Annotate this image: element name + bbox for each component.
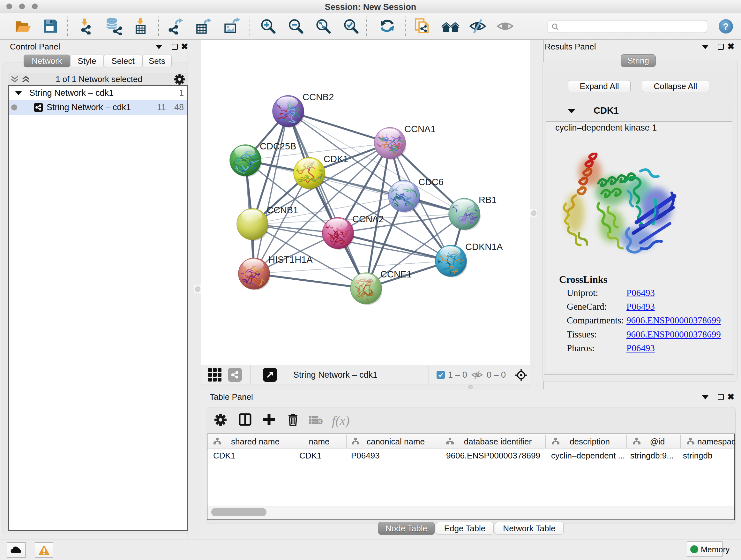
- svg-text:CCNB2: CCNB2: [302, 92, 334, 102]
- svg-text:HIST1H1A: HIST1H1A: [268, 254, 313, 265]
- svg-text:CDKN1A: CDKN1A: [465, 242, 503, 252]
- svg-text:CCNA1: CCNA1: [404, 124, 435, 134]
- svg-text:CDC25B: CDC25B: [260, 141, 296, 151]
- svg-text:CCNE1: CCNE1: [381, 269, 412, 279]
- svg-text:CCNB1: CCNB1: [267, 205, 298, 215]
- svg-text:CCNA2: CCNA2: [352, 214, 384, 224]
- svg-text:RB1: RB1: [479, 195, 496, 205]
- svg-text:CDK1: CDK1: [324, 154, 348, 164]
- svg-text:CDC6: CDC6: [418, 177, 444, 187]
